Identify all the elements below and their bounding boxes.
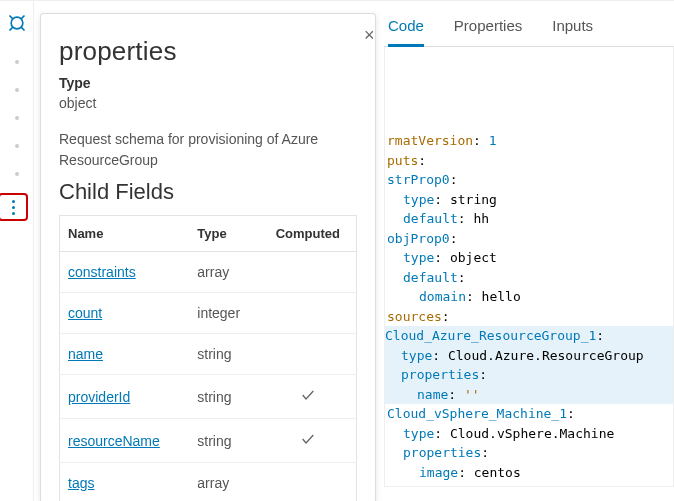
code-line: Cloud_Azure_ResourceGroup_1:	[384, 326, 674, 346]
gutter-dot	[15, 88, 19, 92]
code-line: type: string	[385, 190, 673, 210]
code-line: type: Cloud.vSphere.Machine	[385, 424, 673, 444]
code-line: name: ''	[384, 385, 674, 405]
code-line: domain: hello	[385, 287, 673, 307]
field-link[interactable]: name	[68, 346, 103, 362]
field-computed	[260, 252, 357, 293]
table-row: constraintsarray	[60, 252, 357, 293]
check-icon	[300, 390, 316, 406]
code-line: default:	[385, 268, 673, 288]
table-row: namestring	[60, 334, 357, 375]
tab-code[interactable]: Code	[388, 11, 424, 47]
code-line: properties:	[384, 365, 674, 385]
field-type: integer	[189, 293, 259, 334]
type-value: object	[59, 95, 357, 111]
code-line: rmatVersion: 1	[385, 131, 673, 151]
code-line: puts:	[385, 151, 673, 171]
field-type: array	[189, 463, 259, 502]
kebab-icon	[12, 200, 15, 215]
code-line: type: Cloud.Azure.ResourceGroup	[384, 346, 674, 366]
schema-description: Request schema for provisioning of Azure…	[59, 129, 357, 171]
code-line: properties:	[385, 443, 673, 463]
table-row: tagsarray	[60, 463, 357, 502]
field-type: string	[189, 419, 259, 463]
tab-inputs[interactable]: Inputs	[552, 11, 593, 46]
tab-properties[interactable]: Properties	[454, 11, 522, 46]
table-row: providerIdstring	[60, 375, 357, 419]
check-icon	[300, 434, 316, 450]
canvas-gutter	[0, 1, 34, 501]
table-row: countinteger	[60, 293, 357, 334]
col-name: Name	[60, 216, 190, 252]
schema-panel: properties Type object Request schema fo…	[40, 13, 376, 501]
code-line: default: hh	[385, 209, 673, 229]
field-computed	[260, 419, 357, 463]
field-type: string	[189, 375, 259, 419]
col-type: Type	[189, 216, 259, 252]
code-line: sources:	[385, 307, 673, 327]
context-menu-button[interactable]	[0, 193, 28, 221]
child-fields-table: Name Type Computed constraintsarraycount…	[59, 215, 357, 501]
field-link[interactable]: resourceName	[68, 433, 160, 449]
editor-pane: Code Properties Inputs rmatVersion: 1put…	[384, 11, 674, 501]
code-editor[interactable]: rmatVersion: 1puts:strProp0:type: string…	[384, 47, 674, 487]
gutter-dot	[15, 172, 19, 176]
gutter-dot	[15, 116, 19, 120]
code-line: objProp0:	[385, 229, 673, 249]
field-computed	[260, 463, 357, 502]
col-computed: Computed	[260, 216, 357, 252]
close-icon[interactable]: ×	[364, 25, 375, 46]
field-link[interactable]: tags	[68, 475, 94, 491]
field-link[interactable]: count	[68, 305, 102, 321]
code-line: type: object	[385, 248, 673, 268]
field-computed	[260, 334, 357, 375]
gutter-dot	[15, 144, 19, 148]
field-link[interactable]: constraints	[68, 264, 136, 280]
gutter-dot	[15, 60, 19, 64]
field-computed	[260, 375, 357, 419]
field-type: array	[189, 252, 259, 293]
child-fields-heading: Child Fields	[59, 179, 357, 205]
table-row: resourceNamestring	[60, 419, 357, 463]
code-line: cpuCount: 1	[385, 482, 673, 487]
field-computed	[260, 293, 357, 334]
field-link[interactable]: providerId	[68, 389, 130, 405]
type-label: Type	[59, 75, 357, 91]
code-line: strProp0:	[385, 170, 673, 190]
editor-tabs: Code Properties Inputs	[384, 11, 674, 47]
schema-title: properties	[59, 36, 357, 67]
field-type: string	[189, 334, 259, 375]
code-line: image: centos	[385, 463, 673, 483]
resource-icon[interactable]	[7, 13, 27, 36]
code-line: Cloud_vSphere_Machine_1:	[385, 404, 673, 424]
svg-point-0	[11, 17, 23, 29]
